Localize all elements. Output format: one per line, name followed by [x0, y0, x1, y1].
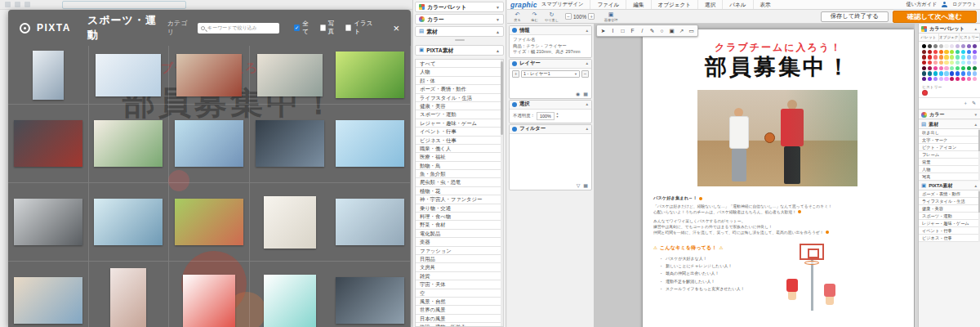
category-item[interactable]: すべて [416, 60, 503, 68]
stock-photo-result[interactable] [250, 46, 331, 105]
tool-button[interactable]: / [638, 26, 647, 35]
stock-photo-result[interactable] [330, 105, 411, 183]
zoom-out-button[interactable]: − [565, 13, 572, 20]
panel-header-material[interactable]: ▤ 素材 ▲ [415, 26, 504, 37]
category-item[interactable]: ファッション [416, 247, 503, 255]
history-swatch[interactable] [922, 90, 928, 96]
pixta-panel-header[interactable]: ▣ PIXTA素材 ▲ [919, 181, 980, 190]
palette-swatch[interactable] [973, 44, 977, 48]
stock-photo-result[interactable] [250, 262, 331, 327]
palette-swatch[interactable] [922, 71, 926, 75]
stock-photo-result[interactable] [250, 183, 331, 262]
palette-tab[interactable]: ヒストリー [960, 34, 980, 41]
filter-checkbox[interactable]: ✓ イラスト [345, 20, 375, 36]
material-panel-header[interactable]: ▤ 素材 ▲ [919, 120, 980, 129]
category-item[interactable]: 宇宙・天体 [416, 280, 503, 289]
category-item[interactable]: 健康・美容 [416, 102, 503, 110]
opacity-value[interactable]: 100% [537, 112, 555, 120]
material-item[interactable]: ピクト・アイコン [919, 144, 980, 151]
palette-swatch[interactable] [956, 55, 960, 59]
palette-swatch[interactable] [950, 66, 954, 70]
palette-swatch[interactable] [956, 60, 960, 65]
category-item[interactable]: 野菜・食材 [416, 221, 503, 229]
opacity-stepper[interactable]: ▲ ▼ [556, 113, 559, 119]
pixta-category-item[interactable]: ポーズ・表情・動作 [919, 190, 980, 198]
layer-panel-header[interactable]: レイヤー ▲ [510, 60, 591, 69]
confirm-next-button[interactable]: 確認して次へ進む [893, 11, 977, 23]
palette-swatch[interactable] [944, 66, 948, 70]
menu-item[interactable]: パネル [722, 0, 752, 9]
save-and-exit-button[interactable]: 保存して終了する [821, 11, 889, 22]
category-item[interactable]: ポーズ・表情・動作 [416, 85, 503, 93]
palette-swatch[interactable] [922, 44, 926, 48]
palette-swatch[interactable] [967, 50, 971, 54]
tool-button[interactable]: ▭ [687, 26, 696, 35]
palette-swatch[interactable] [961, 55, 965, 59]
category-item[interactable]: ライフスタイル・生活 [416, 94, 503, 102]
palette-swatch[interactable] [956, 66, 960, 70]
category-item[interactable]: イベント・行事 [416, 128, 503, 136]
tool-button[interactable]: ✎ [648, 26, 657, 35]
palette-swatch[interactable] [928, 60, 932, 65]
stock-photo-result[interactable] [169, 105, 250, 183]
material-item[interactable]: 写真 [919, 173, 980, 181]
tool-button[interactable]: F [628, 26, 637, 35]
palette-swatch[interactable] [973, 60, 977, 65]
category-item[interactable]: 植物・花 [416, 187, 503, 195]
palette-swatch[interactable] [922, 50, 926, 54]
palette-swatch[interactable] [933, 50, 938, 54]
category-item[interactable]: 人物 [416, 68, 503, 76]
palette-swatch[interactable] [956, 50, 960, 54]
palette-swatch[interactable] [939, 66, 943, 70]
palette-swatch[interactable] [922, 77, 926, 81]
stock-photo-result[interactable] [8, 46, 89, 105]
help-guide-link[interactable]: 使い方ガイド [906, 1, 938, 8]
retry-button[interactable]: ↻ やり直し [545, 11, 559, 22]
palette-swatch[interactable] [967, 77, 971, 81]
stock-photo-result[interactable] [8, 262, 89, 327]
palette-swatch[interactable] [939, 50, 943, 54]
material-item[interactable]: 文字・マーク [919, 137, 980, 144]
palette-swatch[interactable] [973, 71, 977, 75]
menu-item[interactable]: 選択 [697, 0, 722, 9]
remove-layer-button[interactable]: − [581, 70, 589, 78]
category-item[interactable]: ビジネス・仕事 [416, 137, 503, 145]
poster-bullet-item[interactable]: ・ 最高の仲間と出会いたい人！ [659, 270, 745, 277]
poster-bullets-title[interactable]: ⚠ こんなキミを待ってる！ ⚠ [653, 244, 723, 252]
poster-paragraph[interactable]: 心配いらないよ！うちのチームは、バスケ経験者はもちろん、初心者も大歓迎！ [653, 209, 905, 214]
funnel-icon[interactable]: ▽ [577, 183, 581, 188]
add-color-button[interactable]: ＋ [963, 100, 968, 107]
palette-swatch[interactable] [922, 60, 926, 65]
material-item[interactable]: 背景 [919, 159, 980, 166]
stock-photo-result[interactable] [330, 46, 411, 105]
palette-swatch[interactable] [928, 55, 932, 59]
palette-swatch[interactable] [944, 60, 948, 65]
category-item[interactable]: 日本の風景 [416, 315, 503, 323]
pixta-category-item[interactable]: ライフスタイル・生活 [919, 198, 980, 205]
document-page[interactable]: クラブチームに入ろう！ 部員募集中！ バスケ好き集まれ～！ [643, 29, 914, 327]
stock-photo-result[interactable] [89, 46, 170, 105]
pixta-category-item[interactable]: 健康・美容 [919, 205, 980, 213]
stock-photo-result[interactable] [8, 105, 89, 183]
pixta-category-item[interactable]: イベント・行事 [919, 227, 980, 235]
close-icon[interactable]: × [393, 23, 399, 34]
image-manager-button[interactable]: ▣ 画像管理 [601, 11, 621, 22]
poster-title[interactable]: 部員募集中！ [643, 52, 914, 82]
palette-swatch[interactable] [928, 77, 932, 81]
material-item[interactable]: 人物 [919, 166, 980, 173]
palette-swatch[interactable] [956, 71, 960, 75]
category-item[interactable]: 顔・体 [416, 77, 503, 85]
stock-photo-result[interactable] [89, 105, 170, 183]
palette-swatch[interactable] [933, 66, 938, 70]
category-item[interactable]: 文房具 [416, 263, 503, 271]
palette-swatch[interactable] [933, 77, 938, 81]
palette-swatch[interactable] [956, 44, 960, 48]
stock-photo-result[interactable] [89, 183, 170, 262]
palette-swatch[interactable] [944, 55, 948, 59]
palette-swatch[interactable] [961, 50, 965, 54]
grid-icon[interactable]: ▦ [583, 92, 588, 96]
poster-paragraph[interactable]: みんなでワイワイ楽しくバスケするのがモットー。 [653, 218, 905, 223]
poster-paragraph[interactable]: 練習中は真剣に、でもコートの外ではまるで家族みたいに仲良し！ [653, 224, 905, 229]
palette-swatch[interactable] [950, 44, 954, 48]
palette-swatch[interactable] [939, 55, 943, 59]
